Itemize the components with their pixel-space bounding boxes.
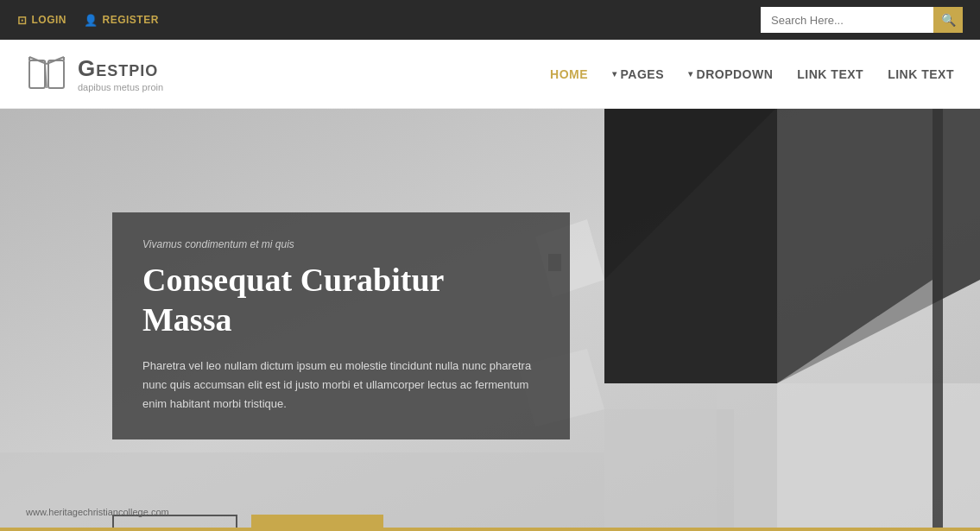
top-bar-links: ⊡ LOGIN 👤 REGISTER — [17, 14, 159, 27]
logo-area: Gestpio dapibus metus proin — [26, 54, 163, 95]
nav-linktext2-label: LINK TEXT — [888, 67, 954, 81]
svg-rect-11 — [604, 409, 734, 528]
nav-linktext1-label: LINK TEXT — [797, 67, 863, 81]
search-input[interactable] — [761, 7, 933, 33]
scelerisque-button[interactable]: SCELERISQUE — [251, 515, 383, 531]
svg-marker-18 — [717, 383, 777, 528]
nav-home-label: HOME — [550, 67, 588, 81]
svg-rect-0 — [29, 60, 45, 88]
search-button[interactable]: 🔍 — [933, 7, 963, 33]
nav-pages-label: PAGES — [621, 67, 664, 81]
hero-section: Vivamus condimentum et mi quis Consequat… — [0, 109, 980, 531]
nav-pages-arrow: ▾ — [612, 69, 617, 79]
hero-subtitle: Vivamus condimentum et mi quis — [142, 238, 540, 250]
hero-footer-url: www.heritagechristiancollege.com — [26, 507, 169, 517]
register-label: REGISTER — [103, 14, 159, 26]
hero-title: Consequat Curabitur Massa — [142, 261, 540, 339]
logo-icon — [26, 54, 67, 95]
login-label: LOGIN — [32, 14, 67, 26]
nav-dropdown-arrow: ▾ — [688, 69, 693, 79]
logo-text: Gestpio dapibus metus proin — [78, 55, 163, 92]
nav-item-pages[interactable]: ▾ PAGES — [612, 67, 664, 81]
top-bar: ⊡ LOGIN 👤 REGISTER 🔍 — [0, 0, 980, 40]
main-nav: HOME ▾ PAGES ▾ DROPDOWN LINK TEXT LINK T… — [550, 67, 954, 81]
search-icon: 🔍 — [941, 13, 956, 27]
nav-item-dropdown[interactable]: ▾ DROPDOWN — [688, 67, 773, 81]
register-icon: 👤 — [84, 14, 98, 27]
svg-rect-1 — [48, 60, 64, 88]
nav-item-linktext2[interactable]: LINK TEXT — [888, 67, 954, 81]
nav-dropdown-label: DROPDOWN — [697, 67, 774, 81]
nav-item-linktext1[interactable]: LINK TEXT — [797, 67, 863, 81]
register-link[interactable]: 👤 REGISTER — [84, 14, 159, 27]
search-area: 🔍 — [761, 7, 963, 33]
hero-content-box: Vivamus condimentum et mi quis Consequat… — [112, 212, 570, 439]
nav-bar: Gestpio dapibus metus proin HOME ▾ PAGES… — [0, 40, 980, 109]
logo-name: Gestpio — [78, 55, 163, 82]
login-link[interactable]: ⊡ LOGIN — [17, 14, 66, 27]
nav-item-home[interactable]: HOME — [550, 67, 588, 81]
hero-description: Pharetra vel leo nullam dictum ipsum eu … — [142, 357, 540, 414]
svg-rect-12 — [933, 109, 943, 528]
login-icon: ⊡ — [17, 14, 28, 27]
logo-subtitle: dapibus metus proin — [78, 82, 163, 92]
